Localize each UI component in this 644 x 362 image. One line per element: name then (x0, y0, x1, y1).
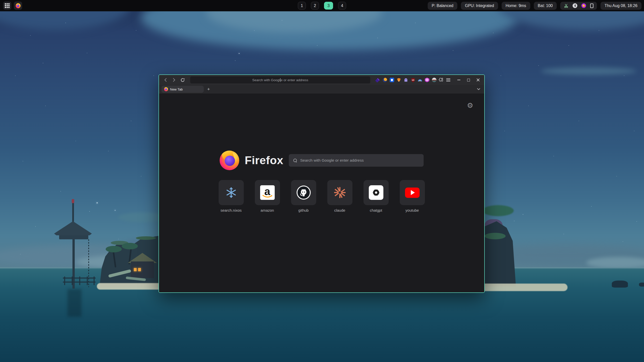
extension-hex-asterisk-button[interactable] (425, 78, 429, 82)
blue-arc-icon (418, 78, 422, 82)
power-profile-pill[interactable]: P: Balanced (428, 2, 457, 10)
star (282, 20, 282, 21)
star (43, 63, 43, 63)
maximize-icon (467, 79, 470, 81)
window-controls (456, 77, 481, 83)
watchtower-ladder (88, 239, 89, 287)
extension-orange-moon-button[interactable] (382, 78, 387, 82)
back-button[interactable] (162, 76, 169, 83)
ublock-shield-icon: UO (411, 78, 415, 82)
shortcut-github[interactable]: github (291, 180, 316, 212)
workspace-button-1[interactable]: 1 (298, 2, 306, 10)
chevron-right-icon (172, 78, 176, 82)
maximize-button[interactable] (465, 77, 472, 83)
system-tray[interactable] (560, 2, 597, 10)
workspace-button-3-active[interactable]: 3 (324, 2, 333, 10)
shortcut-youtube[interactable]: youtube (400, 180, 425, 212)
star (23, 161, 23, 161)
star (634, 131, 634, 131)
shortcut-amazon[interactable]: a amazon (255, 180, 280, 212)
star (20, 254, 21, 254)
watchtower-pole (72, 235, 75, 289)
close-button[interactable] (475, 77, 481, 83)
clock-pill[interactable]: Thu Aug 08, 18:26 (600, 2, 641, 10)
ping-pill[interactable]: Home: 9ms (502, 2, 530, 10)
extension-bitwarden-button[interactable] (389, 78, 394, 82)
tower-reflection (67, 289, 82, 317)
shortcut-tile (400, 180, 425, 205)
app-launcher-button[interactable] (3, 2, 11, 10)
workspace-button-2[interactable]: 2 (311, 2, 319, 10)
star (97, 202, 98, 203)
star (569, 45, 569, 46)
firefox-favicon (164, 87, 168, 91)
star (377, 38, 378, 38)
extension-avatar-button[interactable] (432, 78, 436, 82)
metamask-fox-icon (396, 78, 401, 82)
flame-icon (581, 3, 586, 8)
firefox-launcher-button[interactable] (14, 2, 22, 10)
shortcut-label: chatgpt (364, 208, 389, 212)
star (564, 234, 564, 234)
shortcut-claude[interactable]: claude (327, 180, 352, 212)
new-tab-button[interactable]: + (205, 86, 212, 93)
extension-ublock-button[interactable]: UO (411, 78, 415, 82)
topbar-right: P: Balanced GPU: Integrated Home: 9ms Ba… (428, 2, 641, 10)
gpu-pill[interactable]: GPU: Integrated (461, 2, 498, 10)
close-icon (476, 78, 480, 82)
hut-window (138, 268, 141, 271)
cliff-greenery (485, 233, 506, 239)
topbar-left (3, 2, 22, 10)
beach (97, 283, 159, 290)
star (616, 176, 617, 176)
firefox-window: Search with Google or enter address (158, 74, 485, 293)
reload-icon (181, 78, 185, 82)
extension-ghostery-button[interactable] (404, 78, 408, 82)
minimize-icon (457, 80, 460, 80)
star (501, 75, 501, 76)
shortcut-tile (364, 180, 389, 205)
extension-purple-layers-button[interactable] (375, 78, 380, 82)
new-tab-page: ⚙ Firefox Search with Google or enter ad… (159, 94, 484, 292)
shortcut-chatgpt[interactable]: chatgpt (364, 180, 389, 212)
star (553, 156, 554, 156)
reload-button[interactable] (179, 76, 186, 83)
scissors-icon (564, 3, 569, 8)
tab-new-tab[interactable]: New Tab (162, 86, 204, 93)
firefox-wordmark: Firefox (245, 154, 284, 167)
extension-metamask-button[interactable] (396, 78, 401, 82)
tab-bar: New Tab + (159, 85, 484, 94)
extensions-puzzle-button[interactable] (439, 78, 444, 82)
extension-vpn-button[interactable] (418, 78, 422, 82)
ghost-icon (404, 78, 408, 82)
newtab-search-input[interactable]: Search with Google or enter address (289, 154, 424, 167)
tab-list-button[interactable] (475, 86, 482, 93)
shortcut-search-nixos[interactable]: search.nixos (219, 180, 244, 212)
menu-button[interactable] (446, 78, 451, 82)
battery-pill[interactable]: Bat: 100 (534, 2, 557, 10)
minimize-button[interactable] (456, 77, 462, 83)
fence-post (87, 277, 88, 285)
watchtower-apex (72, 203, 74, 223)
star (136, 30, 136, 31)
star (254, 30, 255, 31)
chevron-down-icon (477, 88, 480, 90)
bluetooth-icon (573, 3, 577, 8)
shortcut-tile (219, 180, 244, 205)
forward-button[interactable] (171, 76, 178, 83)
apps-grid-icon (5, 3, 10, 8)
nixos-snowflake-icon (225, 187, 237, 199)
star (538, 65, 539, 66)
fence-post (64, 277, 65, 285)
url-bar[interactable]: Search with Google or enter address (190, 76, 370, 83)
star (153, 75, 154, 76)
workspace-button-4[interactable]: 4 (338, 2, 346, 10)
islet (612, 281, 628, 288)
star (453, 50, 453, 51)
shortcut-label: github (291, 208, 316, 212)
star (60, 191, 61, 192)
personalize-gear-button[interactable]: ⚙ (467, 102, 473, 109)
star (239, 53, 239, 54)
extension-buttons: UO (375, 78, 451, 82)
claude-starburst-icon (334, 187, 346, 198)
